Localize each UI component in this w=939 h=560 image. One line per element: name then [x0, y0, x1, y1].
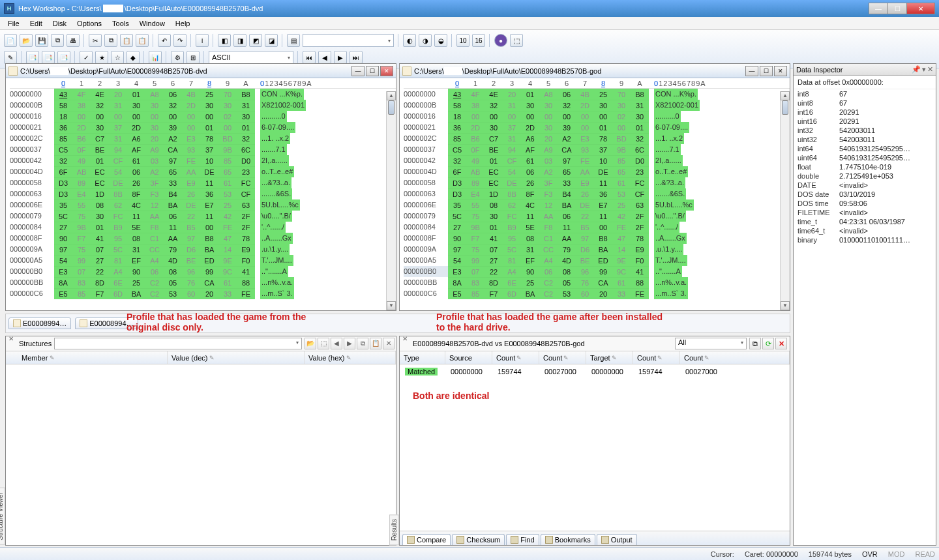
- hex-row[interactable]: 00000084279B01B95EF811B500FE2F'..^......…: [10, 222, 396, 233]
- scroll-up-icon[interactable]: ▲: [781, 91, 790, 100]
- hex-row[interactable]: 00000058D389ECDE263F33E91161FC...&?3..a.: [10, 177, 396, 188]
- encoding-combo[interactable]: ASCII: [209, 51, 293, 64]
- inspector-row[interactable]: int867: [794, 89, 936, 98]
- hex-row[interactable]: 00000042324901CF610397FE1085D02I,.a.....…: [404, 155, 790, 166]
- panel-close-icon[interactable]: ✕: [8, 335, 14, 342]
- structure-select[interactable]: [54, 338, 302, 349]
- struct-paste-icon[interactable]: 📋: [370, 338, 381, 349]
- maximize-button[interactable]: ☐: [887, 3, 907, 14]
- inspector-row[interactable]: float1.7475104e-019: [794, 162, 936, 171]
- paste-special-icon[interactable]: 📋: [136, 34, 149, 47]
- pane-maximize-button[interactable]: ☐: [366, 66, 379, 76]
- hex-view[interactable]: 0123456789A 0123456789A 00000000434F4E20…: [6, 78, 396, 310]
- inspector-row[interactable]: DOS date03/10/2019: [794, 190, 936, 199]
- cut-icon[interactable]: ✂: [89, 34, 102, 47]
- hex-row[interactable]: 0000006E355508624C12BADEE725635U.bL....%…: [404, 199, 790, 211]
- redo-icon[interactable]: ↷: [173, 34, 186, 47]
- pane-close-button[interactable]: ✕: [380, 66, 393, 76]
- hex-row[interactable]: 00000063D3E41D8B8FF3B4263653CF.......&6S…: [404, 188, 790, 199]
- hex-row[interactable]: 0000004D6FABEC5406A265AADE6523o..T..e..e…: [404, 166, 790, 177]
- t6-icon[interactable]: ◐: [403, 34, 416, 47]
- hex-row[interactable]: 000000B0E30722A490060896999C41..".......…: [404, 266, 790, 277]
- tab-compare[interactable]: Compare: [402, 534, 451, 545]
- pane-minimize-button[interactable]: —: [745, 66, 758, 76]
- inspector-row[interactable]: uint32542003011: [794, 135, 936, 144]
- vertical-scrollbar[interactable]: ▲ ▼: [386, 91, 396, 310]
- t12-icon[interactable]: ⬚: [510, 34, 523, 47]
- address-combo[interactable]: [303, 34, 394, 47]
- hex-row[interactable]: 000000161800000000000000000230..........…: [404, 111, 790, 122]
- hex-row[interactable]: 000000A554992781EFA44DBEED9EF0T.'...JM..…: [404, 255, 790, 266]
- hex-row[interactable]: 000000B0E30722A490060896999C41..".......…: [10, 266, 396, 277]
- hex-row[interactable]: 00000021362D30372D3039000100016-07-09...…: [404, 122, 790, 133]
- results-copy-icon[interactable]: ⧉: [749, 338, 761, 349]
- prev-icon[interactable]: ◀: [318, 51, 331, 64]
- hex-row[interactable]: 000000795C7530FC11AA062211422F\u0....".B…: [10, 211, 396, 222]
- hex-row[interactable]: 0000008F90F7419508C1AA97B84778..A......G…: [10, 233, 396, 244]
- pane-close-button[interactable]: ✕: [774, 66, 787, 76]
- t1-icon[interactable]: ◧: [218, 34, 231, 47]
- menu-options[interactable]: Options: [72, 18, 107, 29]
- b1-icon[interactable]: 📑: [26, 51, 39, 64]
- b6-icon[interactable]: ☆: [111, 51, 124, 64]
- inspector-menu-icon[interactable]: ▾: [922, 65, 926, 74]
- minimize-button[interactable]: —: [869, 3, 888, 14]
- paste-icon[interactable]: 📋: [120, 34, 133, 47]
- scroll-down-icon[interactable]: ▼: [781, 301, 790, 310]
- inspector-row[interactable]: binary0100001101001111…: [794, 235, 936, 244]
- hex-row[interactable]: 0000000B583832313030322D303031X821002-00…: [404, 100, 790, 111]
- hex-row[interactable]: 00000042324901CF610397FE1085D02I,.a.....…: [10, 155, 396, 166]
- vertical-scrollbar[interactable]: ▲ ▼: [780, 91, 790, 310]
- structure-viewer-tab[interactable]: Structure Viewer: [0, 488, 5, 545]
- prop-icon[interactable]: i: [196, 34, 209, 47]
- close-button[interactable]: ✕: [906, 3, 935, 14]
- hex-view[interactable]: 0123456789A 0123456789A 00000000434F4E20…: [400, 78, 790, 310]
- hex-row[interactable]: 000000C6E585F76DBAC253602033FE...m..S` 3…: [404, 288, 790, 299]
- hex-row[interactable]: 0000004D6FABEC5406A265AADE6523o..T..e..e…: [10, 166, 396, 177]
- tab-checksum[interactable]: Checksum: [452, 534, 505, 545]
- pane-minimize-button[interactable]: —: [351, 66, 365, 76]
- hex-row[interactable]: 000000A554992781EFA44DBEED9EF0T.'...JM..…: [10, 255, 396, 266]
- scroll-thumb[interactable]: [782, 100, 788, 115]
- copy-icon[interactable]: ⧉: [104, 34, 117, 47]
- menu-window[interactable]: Window: [134, 18, 170, 29]
- t11-icon[interactable]: ●: [494, 34, 507, 47]
- results-refresh-icon[interactable]: ⟳: [762, 338, 774, 349]
- b4-icon[interactable]: ✓: [80, 51, 93, 64]
- edit-icon[interactable]: ✎: [4, 51, 17, 64]
- inspector-pin-icon[interactable]: 📌: [912, 65, 921, 74]
- hex-row[interactable]: 00000000434F4E2001A8064B2570B8CON ...K%p…: [404, 89, 790, 100]
- inspector-row[interactable]: DOS time09:58:06: [794, 199, 936, 208]
- hex-row[interactable]: 00000037C50FBE94AFA9CA93379B6C.......7.1: [10, 144, 396, 155]
- inspector-row[interactable]: int1620291: [794, 108, 936, 117]
- tab-output[interactable]: Output: [597, 534, 637, 545]
- t5-icon[interactable]: ▤: [287, 34, 300, 47]
- struct-apply-icon[interactable]: ⬚: [318, 338, 329, 349]
- tab-dvd[interactable]: E00008994…: [8, 317, 71, 329]
- menu-file[interactable]: File: [3, 18, 25, 29]
- hex-row[interactable]: 000000BB8A838D6E25C20576CA6188...n%..v.a…: [404, 277, 790, 288]
- tab-bookmarks[interactable]: Bookmarks: [541, 534, 595, 545]
- hex-row[interactable]: 00000037C50FBE94AFA9CA93379B6C.......7.1: [404, 144, 790, 155]
- inspector-row[interactable]: uint645406193125495295…: [794, 153, 936, 162]
- t4-icon[interactable]: ◪: [265, 34, 278, 47]
- inspector-row[interactable]: int32542003011: [794, 126, 936, 135]
- struct-copy-icon[interactable]: ⧉: [357, 338, 368, 349]
- inspector-row[interactable]: FILETIME<invalid>: [794, 208, 936, 217]
- results-delete-icon[interactable]: ✕: [775, 338, 787, 349]
- last-icon[interactable]: ⏭: [350, 51, 363, 64]
- inspector-row[interactable]: uint1620291: [794, 117, 936, 126]
- struct-next-icon[interactable]: ▶: [344, 338, 355, 349]
- scroll-thumb[interactable]: [388, 100, 395, 115]
- tab-find[interactable]: Find: [506, 534, 539, 545]
- menu-disk[interactable]: Disk: [48, 18, 72, 29]
- print-icon[interactable]: 🖶: [67, 34, 80, 47]
- hex-row[interactable]: 0000009A9775075C31CC79D6BA14E9.u.\1.y...…: [404, 244, 790, 255]
- first-icon[interactable]: ⏮: [303, 51, 316, 64]
- pane-maximize-button[interactable]: ☐: [760, 66, 773, 76]
- t10-icon[interactable]: 16: [472, 34, 485, 47]
- scroll-up-icon[interactable]: ▲: [387, 91, 396, 100]
- hex-row[interactable]: 00000021362D30372D3039000100016-07-09...…: [10, 122, 396, 133]
- hex-row[interactable]: 000000C6E585F76DBAC253602033FE...m..S` 3…: [10, 288, 396, 299]
- undo-icon[interactable]: ↶: [158, 34, 171, 47]
